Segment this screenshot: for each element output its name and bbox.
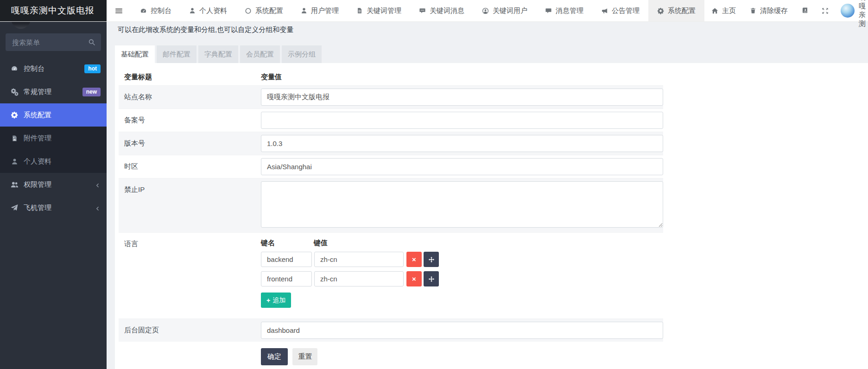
book-icon (801, 7, 809, 14)
hot-badge: hot (84, 64, 101, 73)
remove-pair-button[interactable]: × (406, 252, 422, 267)
sidebar-item-dashboard[interactable]: 控制台 hot (0, 57, 107, 80)
site-name-input[interactable] (261, 89, 663, 106)
move-icon (428, 256, 435, 263)
gauge-icon (11, 65, 18, 72)
nav-item-system-config-active[interactable]: 系统配置 (648, 0, 704, 21)
beian-input[interactable] (261, 112, 663, 129)
nav-item-keyword-message[interactable]: 关键词消息 (410, 0, 473, 21)
file-image-icon (11, 135, 18, 142)
tab-member-config[interactable]: 会员配置 (240, 45, 280, 63)
clear-cache-button[interactable]: 清除缓存 (743, 0, 795, 21)
table-row: 后台固定页 (119, 318, 663, 342)
gear-icon (11, 111, 18, 119)
top-menu: 控制台 个人资料 系统配置 用户管理 关键词管理 关键词消息 关键词用户 消息 (131, 0, 704, 21)
nav-item-keyword-management[interactable]: 关键词管理 (348, 0, 410, 21)
table-row: 版本号 (119, 132, 663, 155)
expand-icon (822, 7, 829, 14)
version-input[interactable] (261, 135, 663, 152)
nav-item-dashboard[interactable]: 控制台 (131, 0, 180, 21)
nav-item-label: 关键词用户 (493, 6, 527, 15)
kv-row: × (261, 271, 663, 286)
field-label: 语言 (119, 233, 261, 318)
sidebar-toggle-button[interactable] (107, 0, 131, 21)
submit-button[interactable]: 确定 (261, 348, 288, 365)
clear-cache-label: 清除缓存 (760, 6, 788, 15)
drag-pair-button[interactable] (424, 252, 439, 267)
lang-key-input[interactable] (261, 252, 312, 267)
field-label: 站点名称 (119, 86, 261, 108)
column-header-title: 变量标题 (119, 73, 261, 82)
config-tabs: 基础配置 邮件配置 字典配置 会员配置 示例分组 (115, 45, 868, 63)
field-label: 版本号 (119, 132, 261, 155)
tab-mail-config[interactable]: 邮件配置 (157, 45, 196, 63)
tab-basic-config[interactable]: 基础配置 (115, 45, 155, 63)
config-panel: 变量标题 变量值 站点名称 备案号 版本号 时区 禁止IP (115, 63, 868, 369)
chevron-left-icon (95, 183, 101, 188)
brand-title[interactable]: 嘎嘎亲测中文版电报 (0, 0, 107, 21)
language-button[interactable] (795, 0, 815, 21)
append-button[interactable]: + 追加 (261, 293, 291, 308)
search-input[interactable] (6, 33, 101, 51)
top-navbar: 嘎嘎亲测中文版电报 控制台 个人资料 系统配置 用户管理 关键词管理 关键词消息 (0, 0, 868, 22)
move-icon (428, 276, 435, 282)
users-icon (11, 181, 19, 189)
sidebar-item-label: 常规管理 (24, 88, 51, 96)
form-footer: 确定 重置 (261, 348, 663, 369)
paper-plane-icon (11, 204, 18, 211)
timezone-input[interactable] (261, 158, 663, 175)
tab-example-group[interactable]: 示例分组 (282, 45, 322, 63)
home-button[interactable]: 主页 (704, 0, 743, 21)
nav-item-label: 控制台 (151, 6, 171, 15)
home-icon (711, 7, 718, 14)
fullscreen-button[interactable] (815, 0, 835, 21)
config-table: 变量标题 变量值 站点名称 备案号 版本号 时区 禁止IP (119, 69, 663, 369)
circle-icon (245, 7, 252, 14)
column-header-value: 变量值 (261, 73, 663, 82)
table-row: 禁止IP (119, 178, 663, 232)
nav-item-user-management[interactable]: 用户管理 (292, 0, 348, 21)
remove-icon: × (412, 255, 416, 263)
sidebar: 控制台 hot 常规管理 new 系统配置 附件管理 个人资料 权限管理 飞机管… (0, 22, 107, 369)
table-row: 时区 (119, 155, 663, 178)
table-header: 变量标题 变量值 (119, 69, 663, 85)
backend-fixed-page-input[interactable] (261, 322, 663, 339)
nav-item-system-config[interactable]: 系统配置 (236, 0, 292, 21)
sidebar-search (6, 33, 101, 51)
value-header: 键值 (314, 239, 328, 248)
bullhorn-icon (601, 7, 608, 14)
field-label: 时区 (119, 155, 261, 178)
nav-item-announcement[interactable]: 公告管理 (592, 0, 648, 21)
sidebar-item-telegram[interactable]: 飞机管理 (0, 196, 107, 219)
nav-item-keyword-user[interactable]: 关键词用户 (473, 0, 536, 21)
sidebar-item-system-config[interactable]: 系统配置 (0, 103, 107, 127)
comment-icon (545, 7, 552, 14)
lang-key-input[interactable] (261, 271, 312, 286)
sidebar-item-label: 附件管理 (24, 134, 51, 143)
remove-icon: × (412, 275, 416, 283)
chevron-left-icon (95, 206, 101, 211)
cogs-icon (11, 88, 19, 96)
user-circle-icon (482, 7, 489, 14)
nav-item-profile[interactable]: 个人资料 (180, 0, 236, 21)
nav-item-label: 关键词管理 (367, 6, 401, 15)
sidebar-item-attachment[interactable]: 附件管理 (0, 127, 107, 150)
reset-button[interactable]: 重置 (292, 348, 317, 365)
sidebar-item-permissions[interactable]: 权限管理 (0, 173, 107, 196)
forbidden-ip-textarea[interactable] (261, 181, 663, 228)
lang-value-input[interactable] (314, 271, 404, 286)
drag-pair-button[interactable] (424, 271, 439, 286)
nav-item-label: 关键词消息 (430, 6, 464, 15)
remove-pair-button[interactable]: × (406, 271, 422, 286)
table-row: 备案号 (119, 108, 663, 132)
sidebar-item-profile[interactable]: 个人资料 (0, 150, 107, 173)
sidebar-item-general[interactable]: 常规管理 new (0, 80, 107, 103)
tab-dictionary-config[interactable]: 字典配置 (198, 45, 238, 63)
user-menu[interactable]: 嘎嘎亲测 (835, 0, 868, 21)
nav-item-label: 公告管理 (612, 6, 640, 15)
sidebar-item-label: 系统配置 (24, 111, 51, 120)
key-header: 键名 (261, 239, 314, 248)
nav-item-message-management[interactable]: 消息管理 (536, 0, 592, 21)
page-intro: 可以在此增改系统的变量和分组,也可以自定义分组和变量 (107, 22, 868, 35)
lang-value-input[interactable] (314, 252, 404, 267)
